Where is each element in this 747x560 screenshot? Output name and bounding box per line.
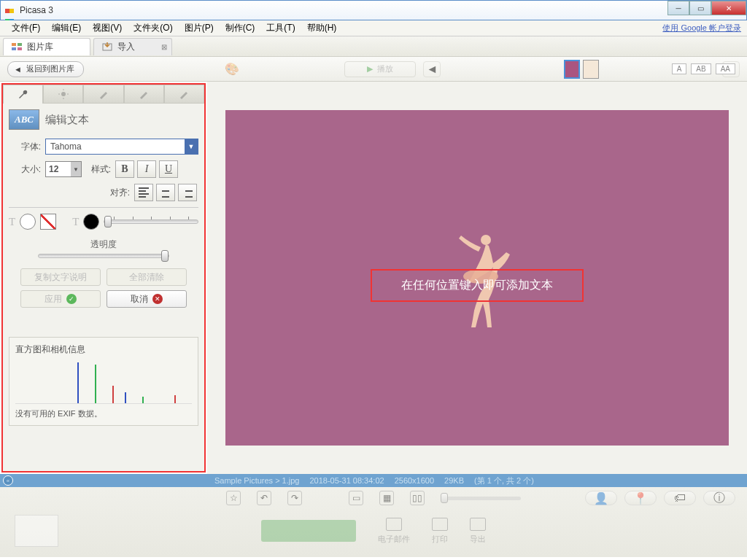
check-icon: ✓ [66, 294, 77, 304]
panel-tab-brush3[interactable] [164, 85, 204, 104]
places-button[interactable]: 📍 [624, 491, 657, 505]
align-right-button[interactable] [178, 184, 197, 201]
view-aa-button[interactable]: AA [716, 63, 735, 74]
view-single-button[interactable]: ▭ [349, 491, 363, 505]
fill-color-swatch[interactable] [20, 214, 36, 230]
apply-button[interactable]: 应用✓ [20, 290, 101, 308]
view-a-button[interactable]: A [672, 63, 687, 74]
tab-library[interactable]: 图片库 [3, 38, 90, 55]
tab-import-label: 导入 [117, 41, 135, 53]
status-date: 2018-05-31 08:34:02 [309, 476, 384, 485]
menu-edit[interactable]: 编辑(E) [46, 20, 87, 36]
bold-button[interactable]: B [115, 160, 134, 178]
no-outline-swatch[interactable] [40, 214, 56, 230]
font-label: 字体: [9, 141, 41, 153]
menu-tools[interactable]: 工具(T) [260, 20, 301, 36]
fill-t-icon: T [9, 216, 15, 228]
email-action[interactable]: 电子邮件 [378, 518, 410, 545]
export-icon [470, 518, 486, 531]
window-titlebar: Picasa 3 ─ ▭ ✕ [0, 0, 747, 20]
copy-caption-button[interactable]: 复制文字说明 [20, 268, 101, 286]
svg-rect-3 [18, 47, 22, 50]
export-action[interactable]: 导出 [470, 518, 486, 545]
email-icon [386, 518, 402, 531]
minimize-button[interactable]: ─ [667, 1, 689, 15]
transparency-slider[interactable] [38, 254, 169, 258]
image-canvas[interactable]: 在任何位置键入即可添加文本 [225, 110, 729, 446]
svg-rect-2 [12, 47, 16, 50]
menu-view[interactable]: 视图(V) [87, 20, 128, 36]
app-logo-icon [5, 5, 15, 15]
signin-link[interactable]: 使用 Google 帐户登录 [662, 23, 741, 34]
share-google-button[interactable] [261, 520, 356, 542]
panel-title: 编辑文本 [45, 113, 89, 127]
chevron-down-icon: ▼ [71, 162, 81, 176]
library-icon [11, 41, 23, 52]
menu-help[interactable]: 帮助(H) [301, 20, 343, 36]
svg-rect-1 [18, 43, 22, 46]
import-icon [101, 41, 113, 52]
print-action[interactable]: 打印 [432, 518, 448, 545]
play-icon: ▶ [367, 64, 373, 74]
thumbnail-1[interactable] [564, 60, 580, 79]
close-button[interactable]: ✕ [711, 1, 746, 15]
photo-tray[interactable] [15, 515, 58, 547]
style-label: 样式: [82, 163, 111, 176]
view-multi-button[interactable]: ▦ [379, 491, 394, 505]
back-to-library-button[interactable]: ◄ 返回到图片库 [7, 61, 84, 77]
status-size: 29KB [444, 476, 464, 485]
cancel-button[interactable]: 取消✕ [107, 290, 187, 308]
panel-tab-wrench[interactable] [3, 85, 43, 104]
collapse-icon[interactable]: « [3, 475, 13, 486]
italic-button[interactable]: I [137, 160, 156, 178]
view-compare-button[interactable]: ▯▯ [410, 491, 425, 505]
font-select[interactable]: Tahoma ▼ [45, 139, 198, 155]
status-path: Sample Pictures > 1.jpg [214, 476, 299, 485]
size-select[interactable]: 12 ▼ [45, 161, 82, 177]
menu-file[interactable]: 文件(F) [6, 20, 46, 36]
histogram-box: 直方图和相机信息 没有可用的 EXIF 数据。 [9, 337, 198, 426]
outline-t-icon: T [72, 216, 79, 228]
back-arrow-icon: ◄ [14, 65, 22, 74]
rotate-left-button[interactable]: ↶ [257, 491, 271, 505]
prev-button[interactable]: ◄ [423, 61, 441, 77]
align-left-button[interactable] [134, 184, 153, 201]
underline-button[interactable]: U [159, 160, 178, 178]
outline-color-swatch[interactable] [83, 214, 99, 230]
panel-tab-brush1[interactable] [83, 85, 123, 104]
star-button[interactable]: ☆ [226, 491, 241, 505]
edit-panel: ABC 编辑文本 字体: Tahoma ▼ 大小: 12 ▼ 样式: B I U [1, 83, 206, 472]
info-button[interactable]: ⓘ [703, 491, 735, 505]
menu-picture[interactable]: 图片(P) [179, 20, 220, 36]
tab-close-icon[interactable]: ⊠ [161, 43, 167, 51]
tab-import[interactable]: 导入 ⊠ [93, 38, 172, 55]
thumbnail-strip [564, 60, 599, 79]
color-palette-icon[interactable]: 🎨 [225, 62, 239, 76]
menubar: 文件(F) 编辑(E) 视图(V) 文件夹(O) 图片(P) 制作(C) 工具(… [0, 20, 747, 36]
no-exif-text: 没有可用的 EXIF 数据。 [15, 408, 192, 419]
histogram-chart [15, 360, 192, 404]
align-center-button[interactable] [156, 184, 175, 201]
view-ab-button[interactable]: AB [691, 63, 711, 74]
status-dims: 2560x1600 [395, 476, 434, 485]
thumbnail-2[interactable] [583, 60, 599, 79]
size-value: 12 [49, 164, 58, 174]
tab-library-label: 图片库 [27, 41, 53, 53]
outline-slider[interactable] [104, 219, 198, 224]
tags-button[interactable]: 🏷 [664, 491, 696, 505]
tabs-row: 图片库 导入 ⊠ [0, 36, 747, 57]
menu-create[interactable]: 制作(C) [220, 20, 261, 36]
clear-all-button[interactable]: 全部清除 [107, 268, 187, 286]
play-button[interactable]: ▶ 播放 [344, 61, 416, 77]
panel-tab-light[interactable] [43, 85, 83, 104]
canvas-area: 在任何位置键入即可添加文本 [207, 82, 747, 474]
rotate-right-button[interactable]: ↷ [287, 491, 302, 505]
text-overlay-hint[interactable]: 在任何位置键入即可添加文本 [371, 269, 584, 302]
maximize-button[interactable]: ▭ [689, 1, 711, 15]
panel-tab-brush2[interactable] [124, 85, 164, 104]
print-icon [432, 518, 448, 531]
people-button[interactable]: 👤 [585, 491, 617, 505]
chevron-down-icon: ▼ [185, 139, 198, 154]
menu-folder[interactable]: 文件夹(O) [128, 20, 178, 36]
zoom-slider[interactable] [441, 497, 521, 500]
